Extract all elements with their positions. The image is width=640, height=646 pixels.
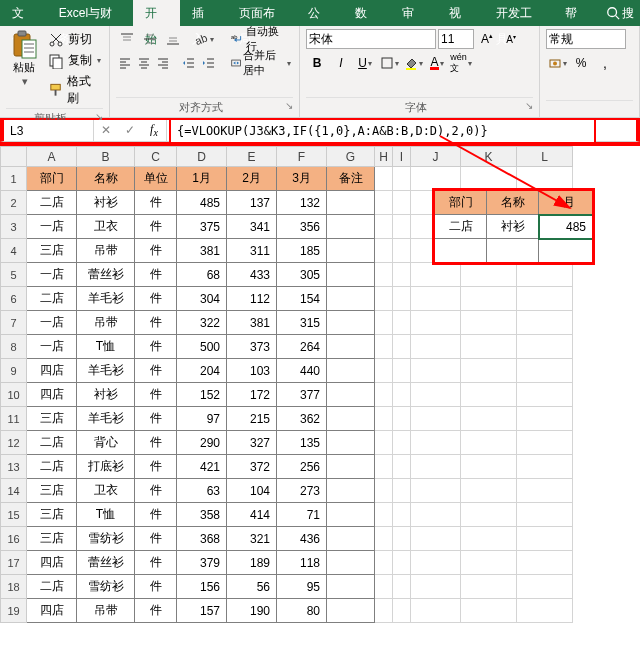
- cell[interactable]: 436: [277, 527, 327, 551]
- column-header[interactable]: H: [375, 147, 393, 167]
- cell[interactable]: 256: [277, 455, 327, 479]
- increase-indent-button[interactable]: [200, 53, 217, 73]
- cell[interactable]: 件: [135, 191, 177, 215]
- cell[interactable]: [393, 503, 411, 527]
- cell[interactable]: 379: [177, 551, 227, 575]
- cell[interactable]: [411, 311, 461, 335]
- cell[interactable]: [411, 167, 461, 191]
- cell[interactable]: [411, 455, 461, 479]
- cell[interactable]: 156: [177, 575, 227, 599]
- cell[interactable]: 件: [135, 455, 177, 479]
- increase-font-button[interactable]: A▴: [476, 29, 498, 49]
- cell[interactable]: 56: [227, 575, 277, 599]
- paste-button[interactable]: 粘贴 ▾: [6, 28, 42, 90]
- formula-input[interactable]: {=VLOOKUP(J3&K3,IF({1,0},A:A&B:B,D:D),2,…: [169, 118, 596, 144]
- cell[interactable]: [327, 575, 375, 599]
- cell[interactable]: [327, 383, 375, 407]
- search-box[interactable]: 搜: [600, 0, 640, 26]
- tab-insert[interactable]: 插入: [180, 0, 227, 26]
- insert-function-button[interactable]: fx: [142, 120, 166, 140]
- cell[interactable]: [393, 335, 411, 359]
- cell[interactable]: [517, 599, 573, 623]
- cell[interactable]: [327, 359, 375, 383]
- cell[interactable]: [461, 431, 517, 455]
- italic-button[interactable]: I: [330, 53, 352, 73]
- cell[interactable]: 三店: [27, 479, 77, 503]
- column-header[interactable]: K: [461, 147, 517, 167]
- row-header[interactable]: 11: [1, 407, 27, 431]
- cell[interactable]: 三店: [27, 527, 77, 551]
- tab-review[interactable]: 审阅: [390, 0, 437, 26]
- cut-button[interactable]: 剪切: [46, 30, 103, 49]
- cell[interactable]: [411, 479, 461, 503]
- column-header[interactable]: D: [177, 147, 227, 167]
- row-header[interactable]: 6: [1, 287, 27, 311]
- cell[interactable]: 一店: [27, 335, 77, 359]
- cell[interactable]: 卫衣: [77, 215, 135, 239]
- cell[interactable]: [461, 167, 517, 191]
- cell[interactable]: [517, 335, 573, 359]
- column-header[interactable]: I: [393, 147, 411, 167]
- cell[interactable]: 件: [135, 335, 177, 359]
- borders-button[interactable]: ▾: [378, 53, 400, 73]
- cell[interactable]: 500: [177, 335, 227, 359]
- cell[interactable]: [375, 575, 393, 599]
- cell[interactable]: [327, 191, 375, 215]
- cell[interactable]: 二店: [27, 431, 77, 455]
- phonetic-button[interactable]: wén文▾: [450, 53, 472, 73]
- cell[interactable]: [393, 215, 411, 239]
- cell[interactable]: [393, 407, 411, 431]
- cell[interactable]: [411, 263, 461, 287]
- cell[interactable]: [517, 167, 573, 191]
- cell[interactable]: 件: [135, 503, 177, 527]
- cell[interactable]: 背心: [77, 431, 135, 455]
- name-box[interactable]: L3: [4, 120, 94, 141]
- cell[interactable]: [375, 167, 393, 191]
- cell[interactable]: [461, 359, 517, 383]
- cell[interactable]: 三店: [27, 503, 77, 527]
- cell[interactable]: 四店: [27, 551, 77, 575]
- bold-button[interactable]: B: [306, 53, 328, 73]
- row-header[interactable]: 3: [1, 215, 27, 239]
- cell[interactable]: [393, 455, 411, 479]
- cell[interactable]: 440: [277, 359, 327, 383]
- lookup-cell[interactable]: [487, 239, 539, 263]
- column-header[interactable]: A: [27, 147, 77, 167]
- cell[interactable]: 备注: [327, 167, 375, 191]
- cell[interactable]: 157: [177, 599, 227, 623]
- cell[interactable]: 单位: [135, 167, 177, 191]
- cell[interactable]: 件: [135, 311, 177, 335]
- tab-formulas[interactable]: 公式: [296, 0, 343, 26]
- cell[interactable]: 一店: [27, 311, 77, 335]
- align-top-button[interactable]: [116, 29, 137, 49]
- cell[interactable]: 件: [135, 263, 177, 287]
- cell[interactable]: [375, 455, 393, 479]
- cell[interactable]: 103: [227, 359, 277, 383]
- cell[interactable]: [327, 335, 375, 359]
- tab-file[interactable]: 文件: [0, 0, 47, 26]
- row-header[interactable]: 17: [1, 551, 27, 575]
- cancel-formula-button[interactable]: ✕: [94, 120, 118, 140]
- cell[interactable]: [375, 311, 393, 335]
- column-header[interactable]: F: [277, 147, 327, 167]
- cell[interactable]: 雪纺衫: [77, 527, 135, 551]
- cell[interactable]: 二店: [27, 575, 77, 599]
- cell[interactable]: 327: [227, 431, 277, 455]
- dialog-launcher-icon[interactable]: ↘: [285, 100, 293, 111]
- cell[interactable]: 358: [177, 503, 227, 527]
- cell[interactable]: [327, 311, 375, 335]
- column-header[interactable]: C: [135, 147, 177, 167]
- cell[interactable]: 172: [227, 383, 277, 407]
- cell[interactable]: 三店: [27, 239, 77, 263]
- cell[interactable]: 321: [227, 527, 277, 551]
- cell[interactable]: [327, 263, 375, 287]
- cell[interactable]: 215: [227, 407, 277, 431]
- cell[interactable]: 95: [277, 575, 327, 599]
- cell[interactable]: 190: [227, 599, 277, 623]
- lookup-cell[interactable]: 衬衫: [487, 215, 539, 239]
- cell[interactable]: [393, 263, 411, 287]
- cell[interactable]: [393, 527, 411, 551]
- row-header[interactable]: 2: [1, 191, 27, 215]
- cell[interactable]: 375: [177, 215, 227, 239]
- cell[interactable]: [393, 167, 411, 191]
